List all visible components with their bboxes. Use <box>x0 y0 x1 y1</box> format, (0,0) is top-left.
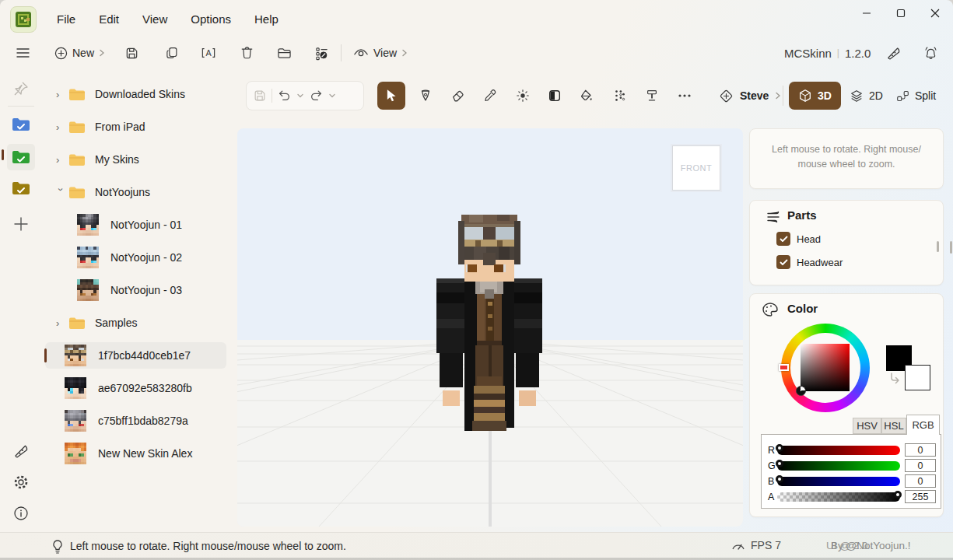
channel-value[interactable]: 255 <box>905 490 936 503</box>
delete-button[interactable] <box>234 40 259 65</box>
list-block-icon <box>314 46 329 61</box>
tree-folder-downloaded-skins[interactable]: ›Downloaded Skins <box>45 81 226 107</box>
channel-value[interactable]: 0 <box>905 443 936 457</box>
skin-model-3d[interactable] <box>432 210 547 437</box>
part-row-headwear[interactable]: Headwear <box>776 255 843 269</box>
hue-marker[interactable] <box>779 364 789 371</box>
undo-dropdown[interactable] <box>296 93 304 99</box>
secondary-color-swatch[interactable] <box>905 365 930 390</box>
chevron-collapsed-icon[interactable]: › <box>56 121 65 133</box>
tool-noise[interactable] <box>606 82 634 110</box>
list-options-button[interactable] <box>309 40 334 65</box>
feedback-button[interactable] <box>881 40 906 65</box>
dropper-icon <box>483 89 497 103</box>
channel-slider[interactable] <box>777 477 900 486</box>
rail-folder-archive[interactable] <box>9 177 33 199</box>
color-card: Color R0G0B0A255 HSVHSLRGB <box>749 293 944 517</box>
menu-edit[interactable]: Edit <box>87 0 131 37</box>
slider-thumb[interactable] <box>776 475 783 483</box>
redo-icon <box>309 89 324 103</box>
channel-slider[interactable] <box>777 461 900 471</box>
tree-skin-notyoojun-02[interactable]: NotYoojun - 02 <box>45 244 226 271</box>
color-tab-hsl[interactable]: HSL <box>881 418 906 434</box>
rename-button[interactable]: A <box>196 40 221 65</box>
orientation-gizmo[interactable]: FRONT <box>672 145 720 191</box>
mode-3d-button[interactable]: 3D <box>789 82 841 110</box>
viewport-3d[interactable]: FRONT <box>237 128 743 527</box>
pin-button[interactable] <box>9 78 33 100</box>
chevron-expanded-icon[interactable]: › <box>55 187 67 197</box>
settings-button[interactable] <box>9 471 33 493</box>
menu-help[interactable]: Help <box>243 0 290 37</box>
chevron-collapsed-icon[interactable]: › <box>56 154 65 166</box>
tree-folder-from-ipad[interactable]: ›From iPad <box>45 114 226 140</box>
tool-eraser[interactable] <box>444 82 472 110</box>
channel-slider[interactable] <box>777 492 900 502</box>
add-folder-button[interactable] <box>9 213 33 235</box>
mode-split-button[interactable]: Split <box>887 82 945 110</box>
chevron-collapsed-icon[interactable]: › <box>56 89 65 100</box>
tree-skin-new-new-skin-alex[interactable]: New New Skin Alex <box>45 440 226 467</box>
rail-feedback-button[interactable] <box>9 440 33 462</box>
slider-thumb[interactable] <box>776 444 783 452</box>
rail-folder-workspace[interactable] <box>7 144 35 170</box>
color-tab-hsv[interactable]: HSV <box>853 418 881 434</box>
tree-skin-notyoojun-03[interactable]: NotYoojun - 03 <box>45 277 226 303</box>
model-selector[interactable]: Steve <box>709 82 790 110</box>
tool-cursor[interactable] <box>377 82 405 110</box>
more-tools-button[interactable] <box>671 82 699 110</box>
undo-button[interactable] <box>277 89 292 103</box>
tool-contrast[interactable] <box>541 82 569 110</box>
channel-value[interactable]: 0 <box>905 459 936 472</box>
checkbox-checked[interactable] <box>776 255 790 269</box>
view-button[interactable]: View <box>347 41 414 65</box>
channel-slider[interactable] <box>777 446 900 455</box>
rgb-slider-panel: R0G0B0A255 <box>761 434 941 509</box>
menu-view[interactable]: View <box>131 0 179 37</box>
slider-thumb[interactable] <box>776 460 783 467</box>
duplicate-button[interactable] <box>159 40 184 65</box>
tool-stamp[interactable] <box>638 82 666 110</box>
rail-folder-downloaded[interactable] <box>9 114 33 135</box>
save-as-button[interactable] <box>119 40 144 65</box>
tool-pen[interactable] <box>412 82 440 110</box>
tree-folder-samples[interactable]: ›Samples <box>45 310 226 336</box>
app-logo-icon <box>14 10 33 29</box>
tree-folder-my-skins[interactable]: ›My Skins <box>45 146 226 173</box>
mcskinn-window: FileEditViewOptionsHelp New A <box>0 0 953 560</box>
swap-colors-button[interactable] <box>888 372 902 386</box>
saturation-value-square[interactable] <box>801 344 850 391</box>
tree-skin-notyoojun-01[interactable]: NotYoojun - 01 <box>45 212 226 238</box>
tree-folder-notyoojuns[interactable]: ›NotYoojuns <box>45 179 226 205</box>
open-folder-button[interactable] <box>272 40 296 65</box>
part-row-head[interactable]: Head <box>776 232 821 246</box>
close-button[interactable] <box>918 1 952 26</box>
notifications-button[interactable] <box>918 40 943 65</box>
menu-file[interactable]: File <box>45 0 87 37</box>
chevron-collapsed-icon[interactable]: › <box>56 317 65 329</box>
slider-thumb[interactable] <box>894 491 902 499</box>
tree-skin-1f7bcb44d0ceb1e7[interactable]: 1f7bcb44d0ceb1e7 <box>45 342 226 369</box>
sv-marker[interactable] <box>796 386 806 396</box>
minimize-button[interactable] <box>850 1 884 26</box>
channel-value[interactable]: 0 <box>905 474 936 488</box>
hamburger-button[interactable] <box>10 40 35 65</box>
panel-scrollbar-thumb[interactable] <box>950 241 952 254</box>
mode-2d-button[interactable]: 2D <box>840 82 892 110</box>
menu-options[interactable]: Options <box>179 0 243 37</box>
tool-fill[interactable] <box>573 82 601 110</box>
tree-skin-c75bff1bdab8279a[interactable]: c75bff1bdab8279a <box>45 408 226 434</box>
redo-button[interactable] <box>309 89 324 103</box>
redo-dropdown[interactable] <box>328 93 336 99</box>
tree-skin-ae67092e583280fb[interactable]: ae67092e583280fb <box>45 375 226 401</box>
color-tab-rgb[interactable]: RGB <box>906 415 940 435</box>
save-button[interactable] <box>253 89 267 103</box>
tool-lighten[interactable] <box>509 82 537 110</box>
copy-icon <box>165 46 179 60</box>
about-button[interactable] <box>9 502 33 524</box>
maximize-button[interactable] <box>884 1 918 26</box>
parts-scrollbar-thumb[interactable] <box>937 241 939 252</box>
checkbox-checked[interactable] <box>776 232 790 246</box>
tool-dropper[interactable] <box>476 82 504 110</box>
new-button[interactable]: New <box>48 41 111 65</box>
